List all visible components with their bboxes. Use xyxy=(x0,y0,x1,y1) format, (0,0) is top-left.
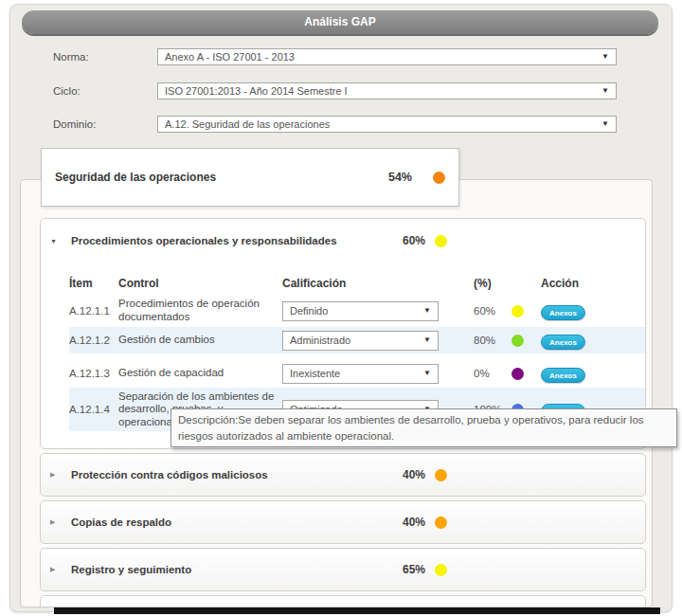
percent-value: 0% xyxy=(474,368,512,379)
norma-label: Norma: xyxy=(53,51,157,63)
control-item-code: A.12.1.2 xyxy=(69,335,118,346)
ciclo-label: Ciclo: xyxy=(53,85,157,97)
percent-value: 60% xyxy=(474,305,512,317)
dropdown-caret-icon: ▼ xyxy=(423,307,431,315)
table-row: A.12.1.1 Procedimientos de operación doc… xyxy=(69,295,645,327)
dropdown-caret-icon: ▼ xyxy=(601,87,609,95)
dropdown-caret-icon: ▼ xyxy=(423,370,431,377)
control-item-code: A.12.1.4 xyxy=(69,404,118,415)
anexos-button[interactable]: Anexos xyxy=(541,305,585,320)
section-percent: 40% xyxy=(386,468,425,481)
section-title: Registro y seguimiento xyxy=(71,564,386,575)
status-dot xyxy=(435,235,447,247)
section-title: Procedimientos operacionales y responsab… xyxy=(71,235,386,246)
anexos-button[interactable]: Anexos xyxy=(541,335,585,350)
domain-summary-card: Seguridad de las operaciones 54% xyxy=(41,148,459,207)
section-percent: 40% xyxy=(386,516,425,529)
chevron-right-icon: ▶ xyxy=(50,566,71,573)
status-dot xyxy=(512,368,524,380)
status-dot xyxy=(435,564,447,576)
description-tooltip: Descripción:Se deben separar los ambient… xyxy=(170,408,677,447)
status-dot xyxy=(512,305,524,317)
gap-analysis-panel: Análisis GAP Norma: Anexo A - ISO 27001 … xyxy=(9,4,673,612)
control-name: Gestión de capacidad xyxy=(118,367,282,380)
section-registro-header[interactable]: ▶ Registro y seguimiento 65% xyxy=(41,549,645,590)
section-percent: 65% xyxy=(386,563,425,576)
gap-analysis-page: Análisis GAP Norma: Anexo A - ISO 27001 … xyxy=(0,0,682,616)
dominio-select-value: A.12. Seguridad de las operaciones xyxy=(165,118,330,130)
filter-row-norma: Norma: Anexo A - ISO 27001 - 2013 ▼ xyxy=(53,48,631,65)
col-action-header: Acción xyxy=(541,277,579,290)
section-control-software-header[interactable]: ▶ Control de software operacional 20% xyxy=(41,596,645,607)
accordion-stack: ▼ Procedimientos operacionales y respons… xyxy=(21,180,652,607)
ciclo-select-value: ISO 27001:2013 - Año 2014 Semestre I xyxy=(165,85,348,97)
status-dot xyxy=(512,335,524,347)
table-row: A.12.1.2 Gestión de cambios Administrado… xyxy=(69,327,645,353)
table-header-row: Ítem Control Calificación (%) Acción xyxy=(69,272,645,295)
rating-select[interactable]: Inexistente▼ xyxy=(282,364,439,384)
control-name: Gestión de cambios xyxy=(118,334,282,347)
section-title: Copias de respaldo xyxy=(71,516,386,528)
control-item-code: A.12.1.3 xyxy=(69,368,118,379)
section-title: Protección contra códigos maliciosos xyxy=(71,469,386,480)
controls-table: Ítem Control Calificación (%) Acción A.1… xyxy=(41,263,645,431)
section-copias-header[interactable]: ▶ Copias de respaldo 40% xyxy=(41,501,645,543)
chevron-down-icon: ▼ xyxy=(50,238,71,245)
status-dot xyxy=(433,172,445,184)
norma-select[interactable]: Anexo A - ISO 27001 - 2013 ▼ xyxy=(157,48,617,65)
control-name: Procedimientos de operación documentados xyxy=(118,298,282,323)
dropdown-caret-icon: ▼ xyxy=(601,120,609,128)
control-item-code: A.12.1.1 xyxy=(69,305,118,317)
ciclo-select[interactable]: ISO 27001:2013 - Año 2014 Semestre I ▼ xyxy=(157,82,617,100)
domain-results-panel: ▼ Procedimientos operacionales y respons… xyxy=(20,179,653,607)
domain-summary-percent: 54% xyxy=(388,171,412,184)
dominio-select[interactable]: A.12. Seguridad de las operaciones ▼ xyxy=(157,116,617,133)
section-proteccion-card: ▶ Protección contra códigos maliciosos 4… xyxy=(40,453,646,497)
col-item-header: Ítem xyxy=(69,277,118,290)
col-rating-header: Calificación xyxy=(282,277,439,290)
dominio-label: Dominio: xyxy=(53,118,157,130)
chevron-right-icon: ▶ xyxy=(50,471,71,479)
table-row: A.12.1.3 Gestión de capacidad Inexistent… xyxy=(69,359,645,388)
rating-select[interactable]: Definido▼ xyxy=(282,301,439,321)
filter-row-dominio: Dominio: A.12. Seguridad de las operacio… xyxy=(53,116,631,133)
status-dot xyxy=(435,516,447,529)
section-procedimientos-header[interactable]: ▼ Procedimientos operacionales y respons… xyxy=(41,219,645,263)
col-control-header: Control xyxy=(118,277,282,290)
section-registro-card: ▶ Registro y seguimiento 65% xyxy=(40,548,646,591)
section-copias-card: ▶ Copias de respaldo 40% xyxy=(40,500,646,544)
dropdown-caret-icon: ▼ xyxy=(601,53,609,61)
col-percent-header: (%) xyxy=(474,277,512,290)
domain-summary-title: Seguridad de las operaciones xyxy=(55,171,388,184)
rating-select[interactable]: Administrado▼ xyxy=(282,331,439,351)
status-dot xyxy=(435,469,447,481)
page-title: Análisis GAP xyxy=(22,10,658,34)
norma-select-value: Anexo A - ISO 27001 - 2013 xyxy=(165,51,295,63)
section-percent: 60% xyxy=(386,234,425,247)
anexos-button[interactable]: Anexos xyxy=(541,368,585,383)
dropdown-caret-icon: ▼ xyxy=(423,336,431,344)
bottom-bar xyxy=(54,607,660,614)
section-control-software-card: ▶ Control de software operacional 20% xyxy=(40,595,646,607)
filter-row-ciclo: Ciclo: ISO 27001:2013 - Año 2014 Semestr… xyxy=(53,82,631,100)
section-proteccion-header[interactable]: ▶ Protección contra códigos maliciosos 4… xyxy=(41,454,645,496)
percent-value: 80% xyxy=(474,335,512,346)
chevron-right-icon: ▶ xyxy=(50,518,71,526)
